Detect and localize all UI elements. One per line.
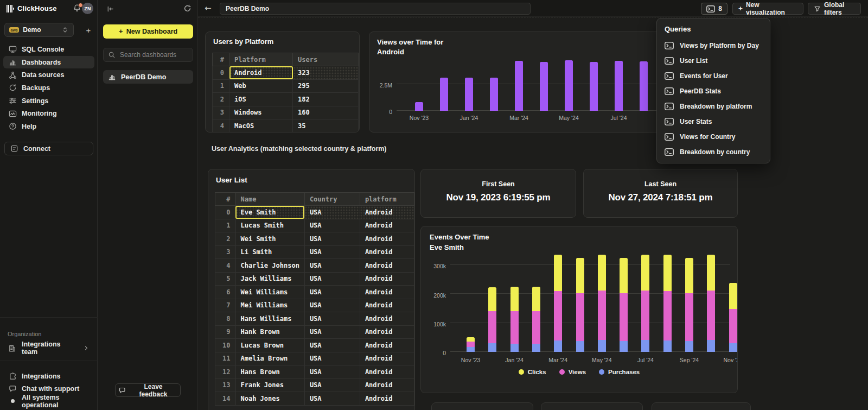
table-row[interactable]: 4MacOS35 (213, 119, 359, 133)
table-cell[interactable]: Android (360, 259, 414, 273)
table-row[interactable]: 2Wei SmithUSAAndroid (215, 232, 414, 246)
table-row[interactable]: 1Lucas SmithUSAAndroid (215, 219, 414, 232)
table-cell[interactable]: Frank Jones (235, 379, 304, 392)
query-item-breakdown-by-platform[interactable]: Breakdown by platform (657, 99, 770, 114)
table-cell[interactable]: Lucas Brown (235, 339, 304, 352)
queries-count-button[interactable]: 8 (701, 3, 727, 15)
legend-item-clicks[interactable]: Clicks (519, 369, 546, 375)
table-cell[interactable]: 323 (293, 66, 359, 80)
table-cell[interactable]: USA (304, 312, 360, 326)
collapse-panel-icon[interactable] (106, 5, 114, 13)
refresh-icon[interactable] (183, 4, 192, 12)
table-cell[interactable]: Android (360, 379, 414, 392)
table-cell[interactable]: USA (304, 206, 360, 219)
table-row[interactable]: 5Jack WilliamsUSAAndroid (215, 272, 414, 286)
table-cell[interactable]: 182 (293, 93, 359, 106)
query-item-events-for-user[interactable]: Events for User (657, 68, 770, 84)
row-index-cell[interactable]: 2 (215, 232, 236, 246)
row-index-cell[interactable]: 1 (213, 79, 229, 93)
table-cell[interactable]: Android (360, 219, 414, 232)
row-index-cell[interactable]: 3 (213, 106, 229, 119)
row-index-cell[interactable]: 11 (215, 352, 236, 365)
dashboard-title-input[interactable] (220, 3, 531, 15)
search-dashboards-input[interactable] (119, 51, 188, 59)
row-index-cell[interactable]: 1 (215, 219, 236, 232)
row-index-cell[interactable]: 9 (215, 325, 236, 339)
row-index-cell[interactable]: 2 (213, 93, 229, 106)
table-cell[interactable]: Android (360, 392, 414, 406)
table-cell[interactable]: Hank Brown (235, 325, 304, 339)
table-row[interactable]: 7Mei WilliamsUSAAndroid (215, 299, 414, 312)
table-row[interactable]: 3Li SmithUSAAndroid (215, 245, 414, 259)
table-cell[interactable]: USA (304, 379, 360, 392)
row-index-cell[interactable]: 10 (215, 339, 236, 352)
table-row[interactable]: 1Web295 (213, 79, 359, 93)
table-cell[interactable]: Amelia Brown (235, 352, 304, 365)
table-cell[interactable]: Li Smith (235, 245, 304, 259)
table-cell[interactable]: Android (360, 299, 414, 312)
leave-feedback-button[interactable]: Leave feedback (115, 383, 181, 397)
query-item-views-for-country[interactable]: Views for Country (657, 129, 770, 144)
notifications-bell-icon[interactable] (73, 4, 81, 12)
query-item-breakdown-by-country[interactable]: Breakdown by country (657, 144, 770, 160)
table-cell[interactable]: Android (360, 325, 414, 339)
table-row[interactable]: 0Android323 (213, 66, 359, 80)
table-cell[interactable]: Android (360, 245, 414, 259)
table-row[interactable]: 4Charlie JohnsonUSAAndroid (215, 259, 414, 273)
row-index-cell[interactable]: 8 (215, 312, 236, 326)
table-cell[interactable]: Android (360, 312, 414, 326)
table-cell[interactable]: iOS (229, 93, 293, 106)
new-dashboard-button[interactable]: + New Dashboard (103, 24, 193, 39)
workspace-selector[interactable]: aws Demo (4, 23, 74, 37)
sidebar-item-integrations[interactable]: Integrations (3, 370, 94, 382)
table-cell[interactable]: Android (360, 365, 414, 379)
table-cell[interactable]: USA (304, 352, 360, 365)
table-cell[interactable]: Android (360, 352, 414, 365)
table-cell[interactable]: USA (304, 365, 360, 379)
table-cell[interactable]: Hans Williams (235, 312, 304, 326)
sidebar-item-integrations-team[interactable]: Integrations team (3, 342, 94, 355)
table-row[interactable]: 2iOS182 (213, 93, 359, 106)
row-index-cell[interactable]: 4 (215, 259, 236, 273)
query-item-user-stats[interactable]: User Stats (657, 114, 770, 129)
sidebar-item-dashboards[interactable]: Dashboards (3, 56, 94, 69)
table-row[interactable]: 8Hans WilliamsUSAAndroid (215, 312, 414, 326)
table-row[interactable]: 12Hans BrownUSAAndroid (215, 365, 414, 379)
table-cell[interactable]: Charlie Johnson (235, 259, 304, 273)
table-cell[interactable]: Android (360, 206, 414, 219)
table-row[interactable]: 14Noah JonesUSAAndroid (215, 392, 414, 406)
row-index-cell[interactable]: 12 (215, 365, 236, 379)
sidebar-item-sql-console[interactable]: SQL Console (3, 43, 94, 56)
user-avatar[interactable]: ZN (82, 3, 93, 14)
row-index-cell[interactable]: 0 (213, 66, 229, 80)
sidebar-item-all-systems-operational[interactable]: All systems operational (3, 395, 94, 407)
table-cell[interactable]: USA (304, 392, 360, 406)
sidebar-item-settings[interactable]: Settings (3, 94, 94, 108)
add-service-button[interactable]: + (82, 24, 94, 36)
row-index-cell[interactable]: 7 (215, 299, 236, 312)
legend-item-views[interactable]: Views (559, 369, 586, 375)
table-cell[interactable]: USA (304, 286, 360, 299)
table-cell[interactable]: Hans Brown (235, 365, 304, 379)
table-row[interactable]: 11Amelia BrownUSAAndroid (215, 352, 414, 365)
table-row[interactable]: 0Eve SmithUSAAndroid (215, 206, 414, 219)
query-item-user-list[interactable]: User List (657, 53, 770, 68)
table-row[interactable]: 6Wei WilliamsUSAAndroid (215, 286, 414, 299)
back-arrow-icon[interactable]: ← (205, 3, 212, 13)
table-cell[interactable]: 35 (293, 119, 359, 133)
search-dashboards-box[interactable] (103, 48, 193, 62)
table-cell[interactable]: Android (229, 66, 293, 80)
row-index-cell[interactable]: 5 (215, 272, 236, 286)
row-index-cell[interactable]: 14 (215, 392, 236, 406)
table-cell[interactable]: 160 (293, 106, 359, 119)
table-cell[interactable]: USA (304, 299, 360, 312)
table-cell[interactable]: USA (304, 219, 360, 232)
legend-item-purchases[interactable]: Purchases (599, 369, 640, 375)
table-cell[interactable]: Jack Williams (235, 272, 304, 286)
table-cell[interactable]: 295 (293, 79, 359, 93)
row-index-cell[interactable]: 0 (215, 206, 236, 219)
sidebar-item-help[interactable]: Help (3, 120, 94, 133)
table-row[interactable]: 13Frank JonesUSAAndroid (215, 379, 414, 392)
table-row[interactable]: 3Windows160 (213, 106, 359, 119)
table-cell[interactable]: Mei Williams (235, 299, 304, 312)
